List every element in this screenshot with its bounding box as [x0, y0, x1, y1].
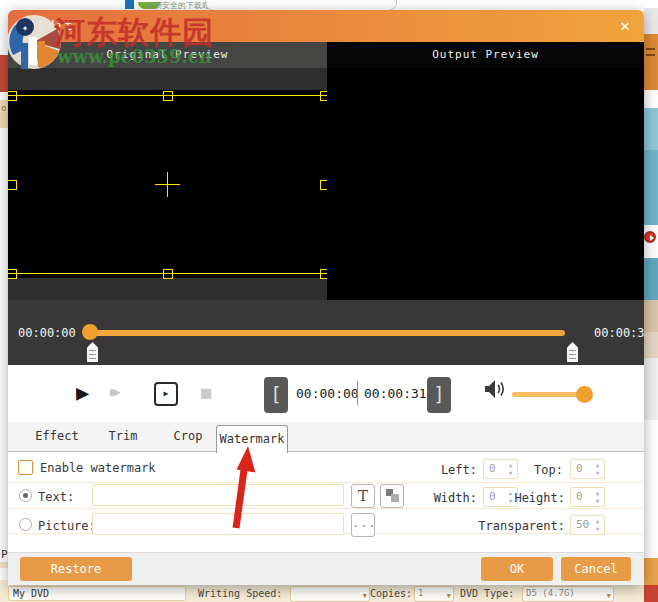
fast-forward-icon[interactable]: ▶▶	[110, 384, 116, 399]
layers-icon-light-square	[391, 494, 399, 502]
text-radio[interactable]	[19, 489, 32, 502]
dropdown-arrow-icon: ▼	[363, 590, 367, 602]
background-right-sliver	[644, 0, 658, 602]
right-orange-text-mark	[646, 48, 655, 50]
ok-button[interactable]: OK	[481, 557, 553, 581]
play-thumbnail-triangle	[650, 235, 654, 241]
picture-radio[interactable]	[19, 518, 32, 531]
output-preview-label: Output Preview	[327, 42, 644, 68]
dvd-type-dropdown[interactable]: D5 (4.7G) ▼	[522, 586, 614, 602]
restore-defaults-button[interactable]: Restore Defaults	[20, 557, 132, 581]
crop-handle[interactable]	[8, 91, 17, 101]
enable-watermark-checkbox[interactable]	[18, 460, 33, 475]
watermark-panel: Enable watermark Text: T Picture: ... Le…	[8, 452, 644, 552]
top-label: Top:	[506, 463, 563, 477]
spinner-arrows-icon[interactable]: ▲▼	[593, 461, 602, 477]
timeline-elapsed: 00:00:00	[18, 326, 76, 340]
playhead-knob[interactable]	[82, 324, 98, 340]
copies-spinner[interactable]: 1 ▼	[414, 586, 454, 602]
picture-input[interactable]	[92, 513, 344, 535]
writing-speed-dropdown[interactable]: ▼	[290, 586, 370, 602]
stop-icon[interactable]: ■	[201, 382, 211, 402]
left-bottom-beige	[0, 580, 8, 602]
right-orange-button-edge	[644, 558, 658, 585]
right-photo-sea2	[644, 258, 658, 300]
site-tagline: 免费安全的下载站	[146, 0, 210, 10]
dropdown-arrow-icon: ▼	[607, 590, 611, 602]
tab-crop[interactable]: Crop	[160, 422, 216, 451]
copies-value: 1	[418, 588, 423, 598]
dvd-type-label: DVD Type:	[460, 588, 514, 599]
tab-trim[interactable]: Trim	[96, 422, 150, 451]
browse-picture-button[interactable]: ...	[351, 513, 375, 537]
tab-effect[interactable]: Effect	[26, 422, 88, 451]
tab-strip: Effect Trim Crop Watermark	[8, 422, 644, 452]
trim-start-time: 00:00:00	[296, 386, 359, 401]
tab-watermark[interactable]: Watermark	[216, 425, 288, 453]
set-trim-start-button[interactable]: [	[264, 377, 288, 413]
trim-end-marker[interactable]	[567, 342, 578, 362]
right-gray-block2	[644, 358, 658, 420]
set-trim-end-button[interactable]: ]	[427, 377, 451, 413]
right-photo-sand2	[644, 332, 658, 358]
svg-text:✦: ✦	[22, 22, 28, 33]
right-gray-block	[644, 8, 658, 34]
close-icon[interactable]: ✕	[610, 14, 640, 38]
text-color-button[interactable]	[380, 484, 404, 508]
left-text-fragment-p: P	[1, 548, 8, 561]
timeline-duration: 00:00:31	[594, 326, 644, 340]
row-separator	[8, 508, 644, 509]
picture-label: Picture:	[38, 519, 96, 533]
right-photo-sea	[644, 150, 658, 225]
crop-handle[interactable]	[8, 180, 17, 190]
crop-handle[interactable]	[163, 91, 173, 101]
spinner-arrows-icon[interactable]: ▲▼	[593, 489, 602, 505]
crop-handle[interactable]	[8, 269, 17, 279]
left-label: Left:	[406, 463, 477, 477]
screenshot-root: 免费安全的下载站 o P My DVD Writing Speed:	[0, 0, 658, 602]
cancel-button[interactable]: Cancel	[561, 557, 631, 581]
right-orange-text-mark2	[646, 54, 655, 56]
right-photo-sky	[644, 108, 658, 150]
preview-area	[8, 68, 644, 300]
transport-controls: ▶ ▶▶ ▶ ■ [ 00:00:00 00:00:31 ]	[8, 365, 644, 423]
background-bottom-toolbar: My DVD Writing Speed: ▼ Copies: 1 ▼ DVD …	[8, 585, 644, 602]
left-spinner-value: 0	[489, 462, 496, 475]
height-label: Height:	[498, 491, 565, 505]
output-preview-pane	[327, 68, 644, 300]
text-font-button[interactable]: T	[351, 484, 375, 508]
row-separator	[8, 482, 644, 483]
text-label: Text:	[38, 490, 74, 504]
transparent-spinner[interactable]: 50 ▲▼	[570, 515, 605, 535]
play-icon[interactable]: ▶	[76, 379, 89, 407]
time-separator	[357, 381, 358, 405]
dvd-type-value: D5 (4.7G)	[526, 588, 575, 598]
trim-start-marker[interactable]	[87, 342, 98, 362]
original-preview-pane[interactable]	[8, 68, 327, 300]
play-frame-icon[interactable]: ▶	[154, 382, 178, 406]
copies-label: Copies:	[370, 588, 412, 599]
width-spinner-value: 0	[489, 490, 496, 503]
crop-handle[interactable]	[163, 269, 173, 279]
enable-watermark-label: Enable watermark	[40, 461, 156, 475]
crop-handle[interactable]	[320, 269, 327, 279]
disc-name-value: My DVD	[13, 588, 49, 599]
timeline-track[interactable]	[85, 330, 565, 336]
crop-handle[interactable]	[320, 91, 327, 101]
transparent-spinner-value: 50	[576, 518, 589, 531]
volume-icon[interactable]	[484, 378, 508, 403]
background-left-sliver: o P	[0, 0, 8, 602]
text-input[interactable]	[92, 484, 344, 506]
height-spinner-value: 0	[576, 490, 583, 503]
crop-handle[interactable]	[320, 180, 327, 190]
top-spinner[interactable]: 0 ▲▼	[570, 459, 605, 479]
disc-name-input[interactable]: My DVD	[8, 586, 186, 601]
spinner-arrows-icon[interactable]: ▲▼	[593, 517, 602, 533]
transparent-label: Transparent:	[438, 519, 565, 533]
height-spinner[interactable]: 0 ▲▼	[570, 487, 605, 507]
dropdown-arrow-icon: ▼	[447, 590, 451, 602]
right-orange-block	[644, 34, 658, 90]
background-search-box	[205, 0, 397, 10]
background-top-strip: 免费安全的下载站	[8, 0, 644, 10]
volume-knob[interactable]	[576, 386, 593, 403]
